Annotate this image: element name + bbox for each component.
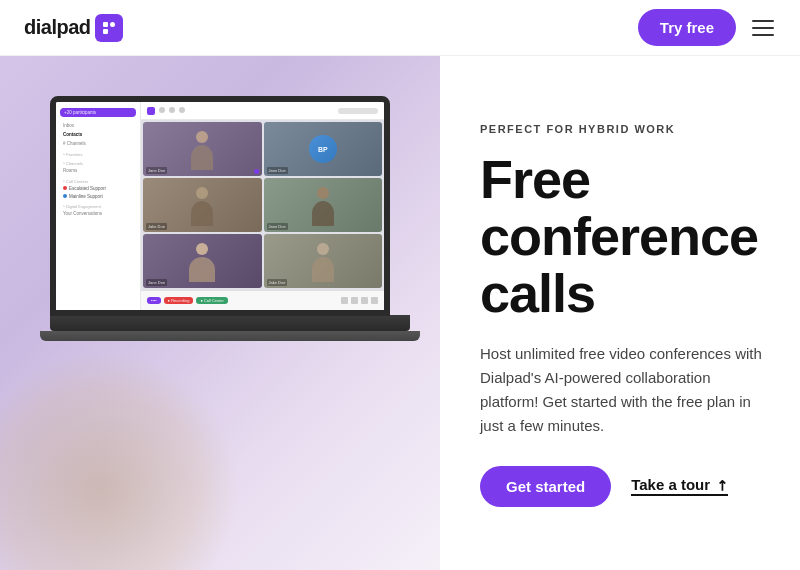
svg-rect-1 (110, 22, 115, 27)
laptop-screen: +20 participants Inbox Contacts # Channe… (50, 96, 390, 316)
sidebar-item-rooms: Rooms (60, 166, 136, 175)
status-pills: •••• ● Recording ● Call Center (147, 297, 228, 304)
video-cell-5: Jane Doe (143, 234, 262, 288)
laptop-mockup: +20 participants Inbox Contacts # Channe… (50, 96, 410, 341)
hero-image-panel: +20 participants Inbox Contacts # Channe… (0, 56, 440, 570)
app-sidebar: +20 participants Inbox Contacts # Channe… (56, 102, 141, 310)
sidebar-item-contacts: Contacts (60, 130, 136, 139)
footer-icon-1 (341, 297, 348, 304)
sidebar-item-escalated: Escalated Support (60, 184, 136, 192)
sidebar-category-favorites: ^ Favorites (60, 152, 136, 157)
video-grid: Jane Doe BP Jane Doe (141, 120, 384, 290)
app-main: Jane Doe BP Jane Doe (141, 102, 384, 310)
try-free-button[interactable]: Try free (638, 9, 736, 46)
toolbar-icons (147, 107, 185, 115)
sidebar-item-mainline: Mainline Support (60, 192, 136, 200)
sidebar-item-inbox: Inbox (60, 121, 136, 130)
hero-title: Free conference calls (480, 151, 764, 321)
video-cell-2: BP Jane Doe (264, 122, 383, 176)
status-pill-active: •••• (147, 297, 161, 304)
video-cell-6: Jake Doe (264, 234, 383, 288)
svg-rect-0 (103, 22, 108, 27)
video-cell-3: Jake Doe (143, 178, 262, 232)
status-pill-recording: ● Recording (164, 297, 194, 304)
take-tour-link[interactable]: Take a tour ↗ (631, 476, 728, 496)
app-toolbar (141, 102, 384, 120)
laptop-base (50, 315, 410, 331)
nav-section: Inbox Contacts # Channels (60, 121, 136, 148)
hamburger-menu-icon[interactable] (752, 16, 776, 40)
hero-title-line3: calls (480, 263, 595, 323)
header: dialpad Try free (0, 0, 800, 56)
svg-rect-2 (103, 29, 108, 34)
hero-title-line1: Free (480, 149, 590, 209)
footer-icon-3 (361, 297, 368, 304)
hero-title-line2: conference (480, 206, 758, 266)
main-content: +20 participants Inbox Contacts # Channe… (0, 56, 800, 570)
sidebar-item-conversations: Your Conversations (60, 209, 136, 218)
get-started-button[interactable]: Get started (480, 466, 611, 507)
eyebrow-text: PERFECT FOR HYBRID WORK (480, 123, 764, 135)
participants-badge: +20 participants (60, 108, 136, 117)
logo-text: dialpad (24, 16, 91, 39)
app-ui: +20 participants Inbox Contacts # Channe… (56, 102, 384, 310)
header-right: Try free (638, 9, 776, 46)
app-footer-bar: •••• ● Recording ● Call Center (141, 290, 384, 310)
laptop-bottom (40, 331, 420, 341)
hero-description: Host unlimited free video conferences wi… (480, 342, 764, 438)
avatar-bp: BP (309, 135, 337, 163)
hero-text-panel: PERFECT FOR HYBRID WORK Free conference … (440, 56, 800, 570)
logo: dialpad (24, 14, 123, 42)
video-cell-4: Jane Doe (264, 178, 383, 232)
footer-icon-4 (371, 297, 378, 304)
sidebar-item-channels: # Channels (60, 139, 136, 148)
take-tour-label: Take a tour (631, 476, 710, 493)
status-pill-call-center: ● Call Center (196, 297, 228, 304)
footer-icon-2 (351, 297, 358, 304)
footer-controls (341, 297, 378, 304)
video-cell-1: Jane Doe (143, 122, 262, 176)
logo-icon (95, 14, 123, 42)
arrow-icon: ↗ (712, 475, 732, 495)
cta-row: Get started Take a tour ↗ (480, 466, 764, 507)
